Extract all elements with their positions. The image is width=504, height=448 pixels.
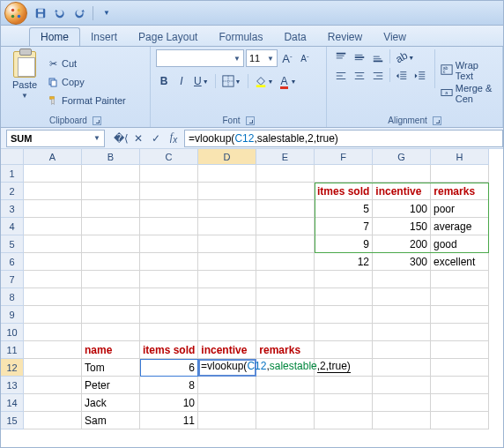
cell-H14[interactable] bbox=[431, 394, 489, 412]
row-header-9[interactable]: 9 bbox=[1, 306, 24, 324]
cell-D10[interactable] bbox=[198, 324, 256, 341]
select-all-corner[interactable] bbox=[1, 149, 24, 165]
tab-home[interactable]: Home bbox=[29, 27, 80, 46]
cell-G15[interactable] bbox=[373, 412, 431, 429]
col-header-B[interactable]: B bbox=[82, 149, 140, 165]
copy-button[interactable]: Copy bbox=[47, 73, 126, 91]
cell-D15[interactable] bbox=[198, 412, 256, 429]
cell-C12[interactable]: 6 bbox=[140, 359, 198, 377]
row-header-10[interactable]: 10 bbox=[1, 324, 24, 341]
cell-F13[interactable] bbox=[315, 377, 373, 394]
cell-A1[interactable] bbox=[24, 165, 82, 183]
cell-H3[interactable]: poor bbox=[431, 200, 489, 218]
cell-E9[interactable] bbox=[256, 306, 315, 324]
font-dialog-launcher[interactable] bbox=[246, 116, 255, 125]
cell-A14[interactable] bbox=[24, 394, 82, 412]
align-middle-button[interactable] bbox=[351, 49, 368, 65]
font-color-button[interactable]: A▼ bbox=[278, 73, 299, 89]
cell-H12[interactable] bbox=[431, 359, 489, 377]
row-header-7[interactable]: 7 bbox=[1, 271, 24, 288]
cell-A3[interactable] bbox=[24, 200, 82, 218]
paste-button[interactable]: Paste ▼ bbox=[6, 49, 43, 115]
spreadsheet-grid[interactable]: A B C D E F G H 12itmes soldincentiverem… bbox=[1, 149, 503, 429]
cell-A8[interactable] bbox=[24, 288, 82, 306]
tab-review[interactable]: Review bbox=[317, 28, 373, 46]
cell-C2[interactable] bbox=[140, 183, 198, 200]
bold-button[interactable]: B bbox=[156, 73, 172, 89]
col-header-H[interactable]: H bbox=[431, 149, 489, 165]
tab-insert[interactable]: Insert bbox=[80, 28, 128, 46]
cell-B15[interactable]: Sam bbox=[82, 412, 140, 429]
cell-B10[interactable] bbox=[82, 324, 140, 341]
cell-D2[interactable] bbox=[198, 183, 256, 200]
cell-F14[interactable] bbox=[315, 394, 373, 412]
cell-G13[interactable] bbox=[373, 377, 431, 394]
cell-E6[interactable] bbox=[256, 253, 315, 271]
tab-data[interactable]: Data bbox=[273, 28, 316, 46]
cancel-formula-button[interactable]: ✕ bbox=[130, 131, 146, 146]
cell-B3[interactable] bbox=[82, 200, 140, 218]
cell-G9[interactable] bbox=[373, 306, 431, 324]
cell-G7[interactable] bbox=[373, 271, 431, 288]
formula-expand-button[interactable]: �⟨ bbox=[113, 131, 129, 146]
cell-E5[interactable] bbox=[256, 235, 315, 253]
cell-A5[interactable] bbox=[24, 235, 82, 253]
cell-A15[interactable] bbox=[24, 412, 82, 429]
italic-button[interactable]: I bbox=[174, 73, 189, 89]
tab-formulas[interactable]: Formulas bbox=[208, 28, 273, 46]
font-size-combo[interactable]: 11▼ bbox=[246, 49, 278, 67]
cell-B2[interactable] bbox=[82, 183, 140, 200]
row-header-13[interactable]: 13 bbox=[1, 377, 24, 394]
align-top-button[interactable] bbox=[332, 49, 350, 65]
row-header-4[interactable]: 4 bbox=[1, 218, 24, 235]
cell-A10[interactable] bbox=[24, 324, 82, 341]
cell-E10[interactable] bbox=[256, 324, 315, 341]
cell-C4[interactable] bbox=[140, 218, 198, 235]
cell-G10[interactable] bbox=[373, 324, 431, 341]
align-right-button[interactable] bbox=[369, 68, 387, 84]
cell-C5[interactable] bbox=[140, 235, 198, 253]
cell-H8[interactable] bbox=[431, 288, 489, 306]
align-center-button[interactable] bbox=[351, 68, 368, 84]
cell-H4[interactable]: average bbox=[431, 218, 489, 235]
col-header-F[interactable]: F bbox=[315, 149, 373, 165]
align-left-button[interactable] bbox=[332, 68, 350, 84]
cell-H10[interactable] bbox=[431, 324, 489, 341]
cell-G8[interactable] bbox=[373, 288, 431, 306]
cell-C6[interactable] bbox=[140, 253, 198, 271]
cell-F8[interactable] bbox=[315, 288, 373, 306]
name-box[interactable]: SUM▼ bbox=[6, 130, 105, 147]
cell-C15[interactable]: 11 bbox=[140, 412, 198, 429]
clipboard-dialog-launcher[interactable] bbox=[93, 116, 101, 125]
cell-H9[interactable] bbox=[431, 306, 489, 324]
cell-E4[interactable] bbox=[256, 218, 315, 235]
tab-page-layout[interactable]: Page Layout bbox=[128, 28, 208, 46]
cell-D11[interactable]: incentive bbox=[198, 341, 256, 359]
cell-C3[interactable] bbox=[140, 200, 198, 218]
cell-C1[interactable] bbox=[140, 165, 198, 183]
cell-F10[interactable] bbox=[315, 324, 373, 341]
cell-B13[interactable]: Peter bbox=[82, 377, 140, 394]
cell-E14[interactable] bbox=[256, 394, 315, 412]
cell-D6[interactable] bbox=[198, 253, 256, 271]
cut-button[interactable]: ✂Cut bbox=[47, 55, 126, 72]
underline-button[interactable]: U▼ bbox=[191, 73, 211, 89]
cell-H1[interactable] bbox=[431, 165, 489, 183]
col-header-C[interactable]: C bbox=[140, 149, 198, 165]
align-bottom-button[interactable] bbox=[369, 49, 387, 65]
font-name-combo[interactable]: ▼ bbox=[156, 49, 244, 67]
col-header-E[interactable]: E bbox=[256, 149, 315, 165]
cell-G1[interactable] bbox=[373, 165, 431, 183]
cell-A7[interactable] bbox=[24, 271, 82, 288]
fill-color-button[interactable]: ▼ bbox=[252, 73, 277, 89]
cell-H2[interactable]: remarks bbox=[431, 183, 489, 200]
cell-H15[interactable] bbox=[431, 412, 489, 429]
row-header-11[interactable]: 11 bbox=[1, 341, 24, 359]
col-header-A[interactable]: A bbox=[24, 149, 82, 165]
office-button[interactable] bbox=[4, 2, 27, 25]
cell-A9[interactable] bbox=[24, 306, 82, 324]
cell-F15[interactable] bbox=[315, 412, 373, 429]
orientation-button[interactable]: ab▼ bbox=[393, 49, 417, 65]
cell-C14[interactable]: 10 bbox=[140, 394, 198, 412]
undo-button[interactable] bbox=[52, 5, 68, 21]
